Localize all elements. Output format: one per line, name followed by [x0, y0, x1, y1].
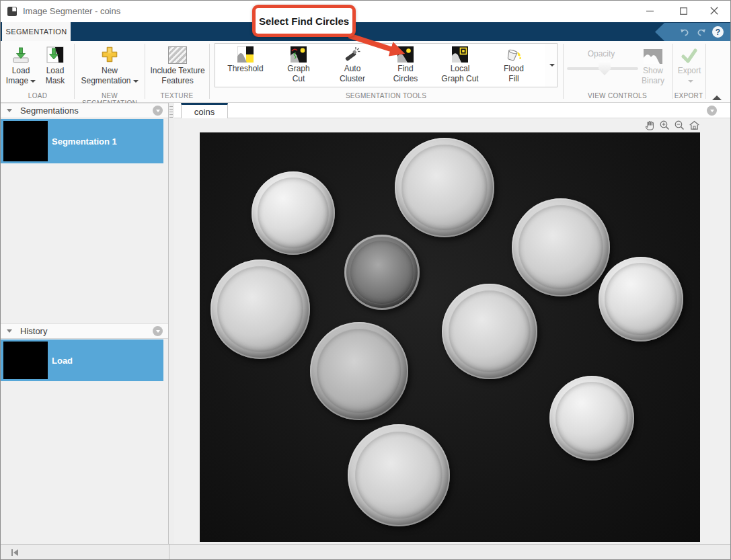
opacity-label: Opacity	[572, 49, 630, 58]
export-button[interactable]: Export	[674, 42, 705, 86]
history-list-item[interactable]: Load	[1, 339, 163, 381]
flood-fill-icon	[505, 44, 523, 63]
tool-label: Graph	[287, 64, 309, 73]
coin	[210, 259, 310, 359]
texture-icon	[168, 42, 187, 64]
tab-coins-label: coins	[194, 107, 215, 117]
tool-label: Auto	[344, 64, 361, 73]
segmentations-panel-header[interactable]: Segmentations	[1, 103, 168, 118]
chevron-down-icon	[156, 330, 160, 333]
opacity-slider-thumb[interactable]	[599, 61, 611, 75]
find-circles-icon	[397, 44, 414, 63]
gallery-dropdown-button[interactable]	[545, 43, 557, 87]
coins-canvas[interactable]	[200, 132, 700, 542]
auto-cluster-icon	[344, 44, 360, 63]
new-segmentation-caret-icon	[133, 80, 139, 83]
tool-label: Threshold	[227, 64, 263, 73]
load-mask-button[interactable]: Load Mask	[40, 42, 71, 86]
texture-label-1: Include Texture	[150, 66, 204, 75]
group-label-load: LOAD	[1, 92, 75, 99]
history-panel-header[interactable]: History	[1, 323, 168, 339]
redo-button[interactable]	[695, 26, 707, 38]
new-segmentation-label-1: New	[102, 66, 118, 75]
undo-button[interactable]	[679, 26, 691, 38]
threshold-icon	[237, 44, 254, 63]
group-separator	[209, 44, 210, 99]
tool-threshold[interactable]: Threshold	[219, 44, 272, 74]
coin	[348, 424, 450, 526]
new-segmentation-button[interactable]: New Segmentation	[76, 42, 143, 86]
export-check-icon	[681, 42, 698, 64]
tab-coins[interactable]: coins	[181, 103, 228, 118]
tool-label: Local	[451, 64, 470, 73]
panel-options-button[interactable]	[153, 326, 163, 336]
ribbon-tab-strip: SEGMENTATION ?	[1, 22, 730, 41]
status-divider	[169, 545, 169, 560]
history-panel-title: History	[20, 326, 153, 336]
tool-local-graph-cut[interactable]: Local Graph Cut	[433, 44, 487, 84]
new-segmentation-label-2: Segmentation	[81, 76, 130, 85]
load-mask-icon	[46, 42, 64, 64]
show-binary-label-2: Binary	[642, 76, 664, 85]
show-binary-button[interactable]: Show Binary	[636, 42, 670, 86]
group-label-export: EXPORT	[672, 92, 705, 99]
status-bar	[1, 544, 730, 560]
tool-label: Flood	[504, 64, 524, 73]
workspace: Segmentations Segmentation 1 History Loa…	[1, 103, 730, 544]
include-texture-features-button[interactable]: Include Texture Features	[146, 42, 209, 86]
load-image-button[interactable]: Load Image	[3, 42, 38, 86]
chevron-down-icon	[710, 110, 714, 112]
group-separator	[672, 44, 673, 99]
group-separator	[74, 44, 75, 99]
tool-find-circles[interactable]: Find Circles	[379, 44, 432, 84]
image-segmenter-window: Image Segmenter - coins SEGMENTATION ?	[0, 0, 731, 560]
load-mask-label-2: Mask	[46, 76, 65, 85]
minimize-button[interactable]	[638, 2, 661, 19]
collapse-ribbon-button[interactable]	[709, 92, 724, 102]
tool-label: Circles	[393, 74, 418, 83]
local-graph-cut-icon	[452, 44, 468, 63]
export-caret-icon	[688, 80, 693, 83]
graph-cut-icon	[291, 44, 307, 63]
document-options-button[interactable]	[707, 106, 717, 116]
splitter-grip-icon	[169, 106, 173, 120]
coin	[310, 322, 408, 420]
close-button[interactable]	[703, 2, 726, 19]
coin	[512, 198, 610, 296]
coin	[252, 171, 335, 255]
new-segmentation-icon	[100, 42, 119, 64]
maximize-button[interactable]	[672, 2, 695, 19]
load-mask-label-1: Load	[46, 66, 65, 75]
tool-label: Find	[397, 64, 413, 73]
load-image-icon	[12, 42, 30, 64]
document-tab-bar: coins	[174, 103, 731, 118]
tool-auto-cluster[interactable]: Auto Cluster	[325, 44, 379, 84]
tool-label: Cluster	[340, 74, 365, 83]
chevron-down-icon	[156, 110, 160, 112]
help-button[interactable]: ?	[712, 26, 724, 38]
group-label-segmentation-tools: SEGMENTATION TOOLS	[215, 92, 557, 99]
tool-graph-cut[interactable]: Graph Cut	[272, 44, 325, 84]
sidebar-splitter[interactable]	[169, 103, 174, 544]
collapse-triangle-icon	[7, 329, 12, 333]
collapse-panel-button[interactable]	[10, 548, 20, 560]
home-fit-view-button[interactable]	[688, 119, 701, 132]
tool-flood-fill[interactable]: Flood Fill	[487, 44, 541, 84]
zoom-out-button[interactable]	[673, 119, 686, 132]
image-nav-toolbar	[644, 119, 701, 132]
sidebar: Segmentations Segmentation 1 History Loa…	[1, 103, 169, 544]
export-label: Export	[678, 66, 701, 75]
callout-box: Select Find Circles	[252, 5, 356, 37]
panel-options-button[interactable]	[153, 106, 163, 116]
load-image-label-2: Image	[6, 76, 28, 85]
tool-label: Graph Cut	[441, 74, 478, 83]
pan-hand-button[interactable]	[644, 119, 656, 132]
coin	[344, 235, 420, 310]
quick-access-toolbar: ?	[655, 23, 730, 41]
zoom-in-button[interactable]	[658, 119, 671, 132]
coin	[549, 376, 634, 461]
callout-text: Select Find Circles	[259, 15, 349, 27]
segmentation-list-item[interactable]: Segmentation 1	[1, 119, 163, 163]
tab-segmentation[interactable]: SEGMENTATION	[2, 22, 71, 41]
group-separator	[145, 44, 145, 99]
